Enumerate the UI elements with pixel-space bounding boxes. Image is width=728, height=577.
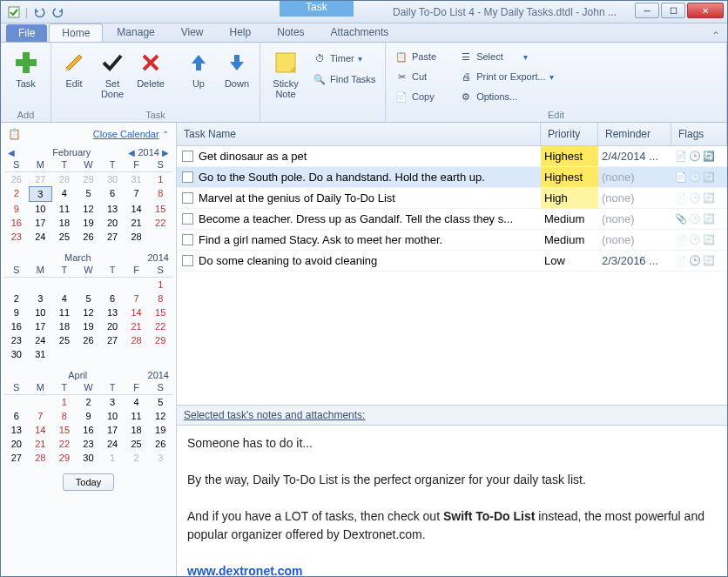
calendar-day[interactable]: 5 (77, 292, 101, 305)
calendar-day[interactable]: 1 (148, 278, 172, 292)
print-export-button[interactable]: 🖨Print or Export... ▾ (455, 68, 556, 85)
calendar-day[interactable]: 28 (125, 230, 149, 244)
calendar-day[interactable]: 10 (29, 202, 53, 216)
calendar-day[interactable]: 5 (77, 186, 101, 202)
calendar-day[interactable]: 26 (77, 230, 101, 244)
calendar-day[interactable]: 29 (52, 451, 77, 465)
menu-tab-view[interactable]: View (169, 23, 216, 42)
calendar-day[interactable]: 13 (4, 423, 29, 437)
dextronet-link[interactable]: www.dextronet.com (187, 564, 303, 576)
close-button[interactable]: ✕ (687, 3, 724, 18)
calendar-day[interactable]: 15 (52, 423, 77, 437)
note-icon[interactable]: 📄 (675, 255, 687, 267)
clock-icon[interactable]: 🕒 (689, 255, 701, 267)
calendar-day[interactable]: 3 (100, 395, 125, 409)
clock-icon[interactable]: 🕒 (689, 234, 701, 246)
note-icon[interactable]: 📄 (675, 171, 687, 184)
sync-icon[interactable]: 🔄 (703, 255, 715, 267)
calendar-day[interactable]: 23 (4, 333, 29, 347)
menu-tab-attachments[interactable]: Attachments (319, 23, 401, 42)
calendar-day[interactable]: 1 (52, 395, 77, 409)
calendar-day[interactable]: 6 (4, 409, 29, 423)
task-checkbox[interactable] (182, 213, 193, 225)
calendar-day[interactable]: 10 (29, 305, 53, 319)
calendar-day[interactable]: 28 (125, 333, 149, 347)
notes-body[interactable]: Someone has to do it... By the way, Dail… (177, 426, 727, 576)
clock-icon[interactable]: 🕒 (689, 151, 701, 163)
calendar-day[interactable]: 24 (29, 333, 53, 347)
calendar-day[interactable]: 18 (52, 216, 77, 230)
redo-icon[interactable] (51, 4, 66, 20)
calendar-day[interactable]: 22 (148, 216, 172, 230)
calendar-day[interactable]: 2 (4, 292, 29, 305)
calendar-day[interactable]: 15 (148, 305, 172, 319)
task-row[interactable]: Become a teacher. Dress up as Gandalf. T… (177, 209, 727, 230)
move-down-button[interactable]: Down (219, 46, 254, 91)
close-calendar-link[interactable]: Close Calendar (93, 129, 159, 139)
calendar-day[interactable]: 29 (148, 333, 172, 347)
calendar-day[interactable]: 20 (100, 216, 125, 230)
calendar-day[interactable]: 20 (100, 319, 125, 333)
calendar-day[interactable]: 27 (100, 230, 125, 244)
calendar-day[interactable]: 23 (4, 230, 29, 244)
calendar-day[interactable]: 10 (100, 409, 125, 423)
calendar-day[interactable]: 6 (100, 186, 125, 202)
calendar-day[interactable]: 9 (4, 202, 29, 216)
calendar-day[interactable]: 23 (77, 437, 101, 451)
calendar-day[interactable]: 19 (148, 423, 172, 437)
calendar-day[interactable]: 15 (148, 202, 172, 216)
task-checkbox[interactable] (182, 192, 193, 204)
col-flags[interactable]: Flags (671, 123, 727, 145)
cut-button[interactable]: ✂Cut (391, 68, 440, 85)
calendar-day[interactable]: 11 (52, 202, 77, 216)
calendar-day[interactable]: 19 (77, 216, 101, 230)
undo-icon[interactable] (31, 4, 47, 20)
calendar-day[interactable]: 11 (52, 305, 77, 319)
timer-button[interactable]: ⏱Timer ▾ (309, 50, 379, 67)
calendar-day[interactable]: 7 (29, 409, 53, 423)
calendar-day[interactable]: 28 (29, 451, 53, 465)
calendar-day[interactable]: 30 (77, 451, 101, 465)
calendar-day[interactable]: 12 (148, 409, 172, 423)
prev-month-icon[interactable]: ◀ (8, 148, 15, 158)
clock-icon[interactable]: 🕒 (689, 192, 701, 205)
calendar-day[interactable]: 17 (29, 319, 53, 333)
options-button[interactable]: ⚙Options... (455, 88, 556, 105)
calendar-day[interactable]: 3 (29, 292, 53, 305)
calendar-day[interactable]: 3 (29, 186, 53, 202)
calendar-day[interactable]: 12 (77, 202, 101, 216)
task-row[interactable]: Get dinosaur as a petHighest2/4/2014 ...… (177, 146, 727, 167)
calendar-day[interactable]: 2 (77, 395, 101, 409)
calendar-day[interactable]: 14 (29, 423, 53, 437)
calendar-day[interactable]: 17 (29, 216, 53, 230)
calendar-day[interactable]: 25 (52, 333, 77, 347)
menu-tab-manage[interactable]: Manage (104, 23, 166, 42)
calendar-day[interactable]: 4 (52, 292, 77, 305)
note-icon[interactable]: 📄 (675, 192, 687, 205)
calendar-day[interactable]: 9 (77, 409, 101, 423)
task-checkbox[interactable] (182, 255, 193, 266)
calendar-day[interactable]: 6 (100, 292, 125, 305)
calendar-day[interactable]: 25 (52, 230, 77, 244)
calendar-day[interactable]: 12 (77, 305, 101, 319)
calendar-day[interactable]: 14 (125, 202, 149, 216)
calendar-day[interactable]: 27 (100, 333, 125, 347)
calendar-day[interactable]: 2 (4, 186, 29, 202)
sync-icon[interactable]: 🔄 (703, 234, 715, 246)
calendar-day[interactable]: 7 (125, 292, 149, 305)
maximize-button[interactable]: ☐ (661, 3, 685, 18)
task-checkbox[interactable] (182, 171, 193, 183)
sync-icon[interactable]: 🔄 (703, 213, 715, 225)
calendar-day[interactable]: 13 (100, 202, 125, 216)
calendar-day[interactable]: 18 (52, 319, 77, 333)
calendar-day[interactable]: 14 (125, 305, 149, 319)
menu-tab-help[interactable]: Help (218, 23, 264, 42)
menu-tab-home[interactable]: Home (49, 23, 103, 42)
calendar-day[interactable]: 19 (77, 319, 101, 333)
edit-button[interactable]: Edit (57, 46, 91, 91)
task-checkbox[interactable] (182, 234, 193, 245)
calendar-day[interactable]: 4 (52, 186, 77, 202)
calendar-day[interactable]: 5 (148, 395, 172, 409)
menu-tab-notes[interactable]: Notes (265, 23, 316, 42)
calendar-day[interactable]: 22 (148, 319, 172, 333)
